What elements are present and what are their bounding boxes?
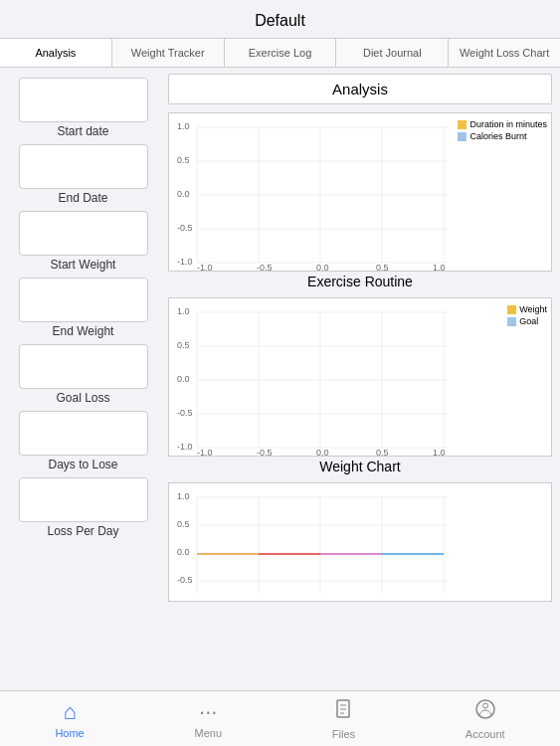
menu-icon: ··· [199, 699, 217, 725]
svg-text:0.5: 0.5 [376, 448, 389, 458]
start-date-label: Start date [57, 124, 108, 138]
input-group-loss-per-day: Loss Per Day [12, 477, 154, 538]
svg-text:0.5: 0.5 [177, 155, 190, 165]
loss-per-day-label: Loss Per Day [47, 524, 118, 538]
legend-goal-label: Goal [519, 316, 538, 326]
input-group-days-to-lose: Days to Lose [12, 411, 154, 471]
svg-text:-1.0: -1.0 [177, 257, 193, 267]
svg-text:-1.0: -1.0 [197, 448, 213, 458]
input-group-start-weight: Start Weight [12, 211, 154, 272]
loss-per-day-input[interactable] [19, 477, 148, 522]
svg-text:1.0: 1.0 [177, 306, 190, 316]
svg-text:0.0: 0.0 [177, 547, 190, 557]
svg-text:-0.5: -0.5 [257, 263, 273, 273]
svg-text:0.5: 0.5 [177, 519, 190, 529]
legend-goal: Goal [507, 316, 547, 326]
weight-legend: Weight Goal [507, 304, 547, 326]
nav-menu[interactable]: ··· Menu [195, 699, 223, 739]
nav-account-label: Account [466, 728, 505, 740]
legend-goal-color [507, 317, 516, 326]
svg-text:-1.0: -1.0 [197, 263, 213, 273]
svg-text:0.0: 0.0 [316, 263, 329, 273]
input-group-goal-loss: Goal Loss [12, 344, 154, 405]
tab-exercise-log[interactable]: Exercise Log [225, 39, 337, 67]
goal-loss-input[interactable] [19, 344, 148, 389]
nav-home[interactable]: ⌂ Home [55, 699, 84, 739]
svg-text:-0.5: -0.5 [257, 448, 273, 458]
weight-svg: 1.0 0.5 0.0 -0.5 -1.0 -1.0 -0.5 0.0 0.5 … [169, 298, 551, 458]
main-content: Start date End Date Start Weight End Wei… [0, 68, 560, 678]
input-group-start-date: Start date [12, 78, 154, 138]
input-group-end-weight: End Weight [12, 278, 154, 338]
nav-account[interactable]: Account [466, 698, 505, 740]
nav-menu-label: Menu [195, 727, 223, 739]
legend-duration: Duration in minutes [458, 119, 547, 129]
input-group-end-date: End Date [12, 144, 154, 205]
diet-chart: 1.0 0.5 0.0 -0.5 [168, 482, 552, 602]
end-date-input[interactable] [19, 144, 148, 189]
home-icon: ⌂ [63, 699, 76, 725]
legend-duration-color [458, 120, 467, 129]
diet-svg: 1.0 0.5 0.0 -0.5 [169, 483, 551, 602]
legend-weight-color [507, 305, 516, 314]
app-header: Default [0, 0, 560, 39]
legend-duration-label: Duration in minutes [469, 119, 547, 129]
bottom-nav: ⌂ Home ··· Menu Files Account [0, 690, 560, 746]
tab-diet-journal[interactable]: Diet Journal [336, 39, 449, 67]
account-icon-svg [474, 698, 496, 720]
end-weight-label: End Weight [53, 324, 114, 338]
svg-text:-0.5: -0.5 [177, 223, 193, 233]
exercise-legend: Duration in minutes Calories Burnt [458, 119, 547, 141]
weight-chart-wrapper: Weight Goal 1.0 0.5 0.0 -0.5 -1.0 -1.0 -… [168, 297, 552, 476]
nav-home-label: Home [55, 727, 84, 739]
svg-text:0.5: 0.5 [177, 340, 190, 350]
start-weight-label: Start Weight [51, 258, 116, 272]
svg-text:0.0: 0.0 [316, 448, 329, 458]
legend-calories: Calories Burnt [458, 131, 547, 141]
days-to-lose-label: Days to Lose [48, 458, 117, 471]
end-weight-input[interactable] [19, 278, 148, 322]
svg-text:1.0: 1.0 [177, 491, 190, 501]
analysis-title: Analysis [168, 74, 552, 104]
legend-calories-color [458, 132, 467, 141]
days-to-lose-input[interactable] [19, 411, 148, 456]
svg-text:1.0: 1.0 [177, 121, 190, 131]
svg-text:-0.5: -0.5 [177, 575, 193, 585]
diet-chart-wrapper: 1.0 0.5 0.0 -0.5 [168, 482, 552, 602]
nav-files-label: Files [332, 728, 355, 740]
left-panel: Start date End Date Start Weight End Wei… [0, 68, 164, 678]
app-title: Default [255, 12, 305, 29]
right-panel: Analysis Duration in minutes Calories Bu… [164, 68, 560, 678]
weight-chart: Weight Goal 1.0 0.5 0.0 -0.5 -1.0 -1.0 -… [168, 297, 552, 457]
account-icon [474, 698, 496, 726]
exercise-chart: Duration in minutes Calories Burnt 1.0 0… [168, 112, 552, 272]
svg-point-62 [482, 703, 487, 708]
legend-calories-label: Calories Burnt [469, 131, 526, 141]
weight-chart-title: Weight Chart [168, 459, 552, 474]
start-date-input[interactable] [19, 78, 148, 122]
legend-weight-label: Weight [519, 304, 547, 314]
svg-text:1.0: 1.0 [433, 448, 446, 458]
svg-text:-1.0: -1.0 [177, 442, 193, 452]
start-weight-input[interactable] [19, 211, 148, 256]
svg-text:1.0: 1.0 [433, 263, 446, 273]
svg-text:0.5: 0.5 [376, 263, 389, 273]
exercise-chart-title: Exercise Routine [168, 274, 552, 289]
legend-weight: Weight [507, 304, 547, 314]
nav-files[interactable]: Files [332, 698, 355, 740]
files-icon-svg [332, 698, 354, 720]
exercise-chart-wrapper: Duration in minutes Calories Burnt 1.0 0… [168, 112, 552, 291]
tab-weight-loss-chart[interactable]: Weight Loss Chart [449, 39, 560, 67]
tab-bar: Analysis Weight Tracker Exercise Log Die… [0, 39, 560, 68]
goal-loss-label: Goal Loss [56, 391, 109, 405]
svg-text:0.0: 0.0 [177, 189, 190, 199]
files-icon [332, 698, 354, 726]
svg-text:-0.5: -0.5 [177, 408, 193, 418]
tab-weight-tracker[interactable]: Weight Tracker [112, 39, 225, 67]
end-date-label: End Date [58, 191, 107, 205]
tab-analysis[interactable]: Analysis [0, 39, 112, 67]
svg-text:0.0: 0.0 [177, 374, 190, 384]
